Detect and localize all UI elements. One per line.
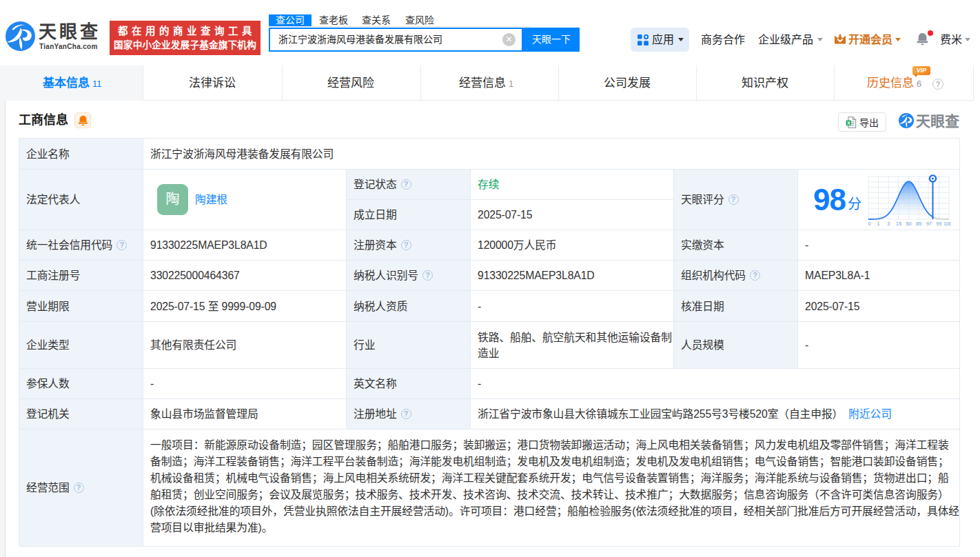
svg-text:97: 97	[926, 221, 932, 227]
svg-text:X: X	[847, 120, 850, 126]
svg-text:15: 15	[896, 221, 901, 227]
svg-text:0: 0	[868, 221, 870, 227]
svg-text:50: 50	[906, 221, 911, 227]
svg-text:100: 100	[943, 221, 951, 227]
svg-text:85: 85	[916, 221, 921, 227]
svg-text:1: 1	[877, 221, 880, 227]
svg-text:3: 3	[887, 221, 890, 227]
svg-text:99: 99	[936, 221, 941, 227]
